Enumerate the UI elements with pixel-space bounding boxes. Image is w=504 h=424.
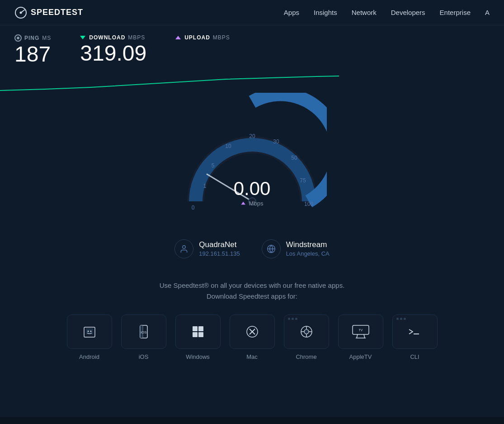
nav-network[interactable]: Network <box>352 9 377 16</box>
app-chrome[interactable]: Chrome <box>284 314 329 360</box>
server-info: QuadraNet 192.161.51.135 Windstream Los … <box>0 239 504 258</box>
ios-label: iOS <box>139 353 149 360</box>
isp-location: Los Angeles, CA <box>286 250 330 257</box>
svg-text:50: 50 <box>291 155 297 161</box>
app-cli[interactable]: CLI <box>392 314 438 360</box>
stats-bar: PING ms 187 DOWNLOAD Mbps 319.09 UPLOAD … <box>0 25 504 70</box>
gauge-value: 0.00 <box>234 179 271 198</box>
nav-developers[interactable]: Developers <box>391 9 425 16</box>
apps-tagline: Use Speedtest® on all your devices with … <box>0 280 504 302</box>
app-appletv[interactable]: TV AppleTV <box>338 314 383 360</box>
svg-text:20: 20 <box>249 133 255 139</box>
scrollbar[interactable] <box>0 417 504 424</box>
mac-label: Mac <box>246 353 258 360</box>
svg-rect-25 <box>193 332 198 337</box>
chrome-icon-box <box>284 314 329 349</box>
isp-block: Windstream Los Angeles, CA <box>262 239 330 258</box>
svg-line-38 <box>364 334 365 338</box>
svg-text:1: 1 <box>203 183 206 189</box>
cli-dots <box>396 318 406 320</box>
gauge-wrapper: 0 1 5 10 20 30 50 75 100 0.00 <box>178 93 327 229</box>
gauge-upload-icon <box>241 202 246 205</box>
host-name: QuadraNet <box>199 240 240 249</box>
svg-point-31 <box>304 329 309 334</box>
chrome-label: Chrome <box>296 353 316 360</box>
mac-icon-box <box>230 314 275 349</box>
upload-icon <box>175 36 181 39</box>
ping-stat: PING ms 187 <box>14 34 51 67</box>
windows-icon-box <box>175 314 221 349</box>
svg-text:TV: TV <box>358 329 363 332</box>
gauge-unit-row: Mbps <box>234 200 271 207</box>
svg-text:0: 0 <box>191 205 194 211</box>
logo[interactable]: SPEEDTEST <box>14 6 83 19</box>
ios-icon-box: iOS <box>121 314 166 349</box>
host-block: QuadraNet 192.161.51.135 <box>174 239 240 258</box>
ping-icon <box>14 34 22 42</box>
upload-stat: UPLOAD Mbps <box>175 34 230 42</box>
gauge-section: 0 1 5 10 20 30 50 75 100 0.00 <box>0 93 504 229</box>
svg-text:75: 75 <box>300 177 306 184</box>
cli-icon-box <box>392 314 438 349</box>
appletv-label: AppleTV <box>349 353 372 360</box>
host-ip: 192.161.51.135 <box>199 250 240 257</box>
svg-point-13 <box>183 245 186 248</box>
svg-rect-26 <box>198 332 203 337</box>
svg-text:100: 100 <box>304 201 313 207</box>
nav-apps[interactable]: Apps <box>284 9 299 16</box>
svg-rect-24 <box>198 326 203 331</box>
isp-text: Windstream Los Angeles, CA <box>286 240 330 257</box>
svg-point-18 <box>87 330 89 332</box>
isp-name: Windstream <box>286 240 330 249</box>
gauge-unit: Mbps <box>249 200 264 207</box>
apps-grid: Android iOS iOS <box>0 314 504 360</box>
cli-label: CLI <box>410 353 419 360</box>
android-label: Android <box>79 353 99 360</box>
app-windows[interactable]: Windows <box>175 314 221 360</box>
svg-text:10: 10 <box>225 143 231 149</box>
nav-more[interactable]: A <box>485 9 490 16</box>
svg-text:30: 30 <box>273 138 279 145</box>
nav-links: Apps Insights Network Developers Enterpr… <box>284 9 490 16</box>
svg-text:iOS: iOS <box>141 330 146 334</box>
navbar: SPEEDTEST Apps Insights Network Develope… <box>0 0 504 25</box>
app-android[interactable]: Android <box>67 314 112 360</box>
speed-graph <box>0 70 504 93</box>
app-mac[interactable]: Mac <box>230 314 275 360</box>
ping-value: 187 <box>14 43 51 67</box>
host-text: QuadraNet 192.161.51.135 <box>199 240 240 257</box>
download-value: 319.09 <box>80 42 146 66</box>
svg-point-19 <box>90 330 91 332</box>
chrome-dots <box>288 318 297 320</box>
svg-text:5: 5 <box>211 162 214 169</box>
svg-line-37 <box>357 334 358 338</box>
android-icon-box <box>67 314 112 349</box>
appletv-icon-box: TV <box>338 314 383 349</box>
host-icon <box>174 239 193 258</box>
gauge-center: 0.00 Mbps <box>234 179 271 207</box>
nav-enterprise[interactable]: Enterprise <box>440 9 471 16</box>
svg-point-1 <box>20 11 22 14</box>
svg-rect-23 <box>193 326 198 331</box>
app-ios[interactable]: iOS iOS <box>121 314 166 360</box>
apps-section: Use Speedtest® on all your devices with … <box>0 280 504 375</box>
download-stat: DOWNLOAD Mbps 319.09 <box>80 34 146 66</box>
nav-insights[interactable]: Insights <box>314 9 337 16</box>
download-icon <box>80 36 85 39</box>
windows-label: Windows <box>186 353 210 360</box>
speedtest-logo-icon <box>14 6 27 19</box>
isp-icon <box>262 239 281 258</box>
